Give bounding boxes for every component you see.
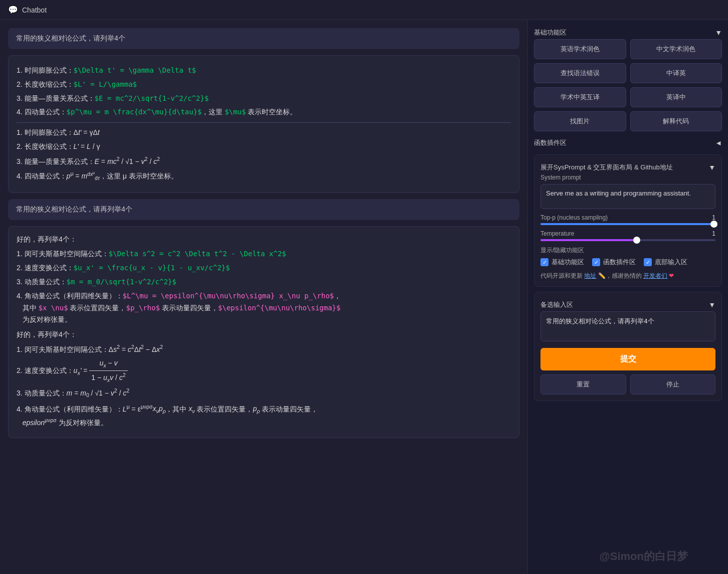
temperature-fill: [540, 239, 637, 241]
formula2-rendered-3: 3. 动质量公式：m = m0 / √1 − v2 / c2: [17, 387, 511, 400]
temperature-value: 1: [705, 230, 715, 237]
dev-link[interactable]: 开发者们: [643, 272, 667, 279]
formula2-2-latex: $u_x' = \frac{u_x - v}{1 - u_xv/c^2}$: [74, 264, 230, 272]
top-p-thumb[interactable]: [710, 221, 717, 228]
sysprompt-header: 展开SysPrompt & 交互界面布局 & Github地址 ▼: [540, 161, 715, 174]
divider-1: [17, 122, 511, 123]
formula-rendered-2: 2. 长度收缩公式：L' = L / γ: [17, 141, 511, 153]
submit-button[interactable]: 提交: [540, 348, 715, 370]
formula2-latex-4: 4. 角动量公式（利用四维矢量）：$L^\mu = \epsilon^{\mu\…: [17, 290, 511, 326]
formula2-latex-2: 2. 速度变换公式：$u_x' = \frac{u_x - v}{1 - u_x…: [17, 262, 511, 274]
btn-find-image[interactable]: 找图片: [534, 111, 626, 131]
backup-section: 备选输入区 ▼ 常用的狭义相对论公式，请再列举4个 提交 重置 停止: [534, 292, 722, 401]
basic-functions-title: 基础功能区: [534, 28, 567, 37]
checkbox-input-box[interactable]: ✓: [644, 258, 652, 266]
btn-academic-translate[interactable]: 学术中英互译: [534, 87, 626, 107]
pencil-icon: ✏️: [598, 272, 606, 279]
btn-zh-to-en[interactable]: 中译英: [630, 63, 722, 83]
formula2-rendered-2: 2. 速度变换公式：ux' = ux − v1 − uxv / c2: [17, 357, 511, 385]
formula2-1-latex: $\Delta s^2 = c^2 \Delta t^2 - \Delta x^…: [109, 250, 286, 258]
formula2-latex-3: 3. 动质量公式：$m = m_0/\sqrt{1-v^2/c^2}$: [17, 276, 511, 288]
checkbox-plugin-label: 函数插件区: [603, 258, 636, 267]
system-prompt-label: System prompt: [540, 174, 715, 181]
btn-grammar-check[interactable]: 查找语法错误: [534, 63, 626, 83]
basic-functions-header: 基础功能区 ▼: [534, 26, 722, 39]
formula-latex-1: 1. 时间膨胀公式：$\Delta t' = \gamma \Delta t$: [17, 65, 511, 77]
checkbox-basic-label: 基础功能区: [552, 258, 584, 267]
checkbox-plugin: ✓ 函数插件区: [592, 258, 636, 267]
sysprompt-arrow[interactable]: ▼: [708, 163, 715, 171]
formula2-4-latex: $L^\mu = \epsilon^{\mu\nu\rho\sigma} x_\…: [123, 292, 334, 300]
user-message-2: 常用的狭义相对论公式，请再列举4个: [8, 199, 519, 220]
top-p-label: Top-p (nucleus sampling): [540, 214, 700, 221]
backup-section-arrow[interactable]: ▼: [708, 301, 715, 309]
plugin-functions-arrow[interactable]: ◄: [715, 139, 722, 147]
btn-en-to-zh[interactable]: 英译中: [630, 87, 722, 107]
formula2-4-p: $p_\rho$: [126, 304, 159, 312]
system-prompt-box[interactable]: Serve me as a writing and programming as…: [540, 184, 715, 209]
top-p-slider-container: [540, 223, 715, 225]
assistant-message-1: 1. 时间膨胀公式：$\Delta t' = \gamma \Delta t$ …: [8, 55, 519, 193]
formula-rendered-4: 4. 四动量公式：pμ = mdxμdτ，这里 μ 表示时空坐标。: [17, 169, 511, 183]
heart-icon: ❤: [669, 272, 674, 279]
backup-section-title: 备选输入区: [540, 300, 573, 309]
formula-rendered-1: 1. 时间膨胀公式：Δt' = γΔt: [17, 127, 511, 139]
plugin-functions-header: 函数插件区 ◄: [534, 136, 722, 149]
right-panel: 基础功能区 ▼ 英语学术润色 中文学术润色 查找语法错误 中译英 学术中英互译 …: [527, 20, 728, 574]
app-header: 💬 Chatbot: [0, 0, 728, 20]
checkbox-basic-box[interactable]: ✓: [540, 258, 549, 266]
formula2-rendered-4: 4. 角动量公式（利用四维矢量）：Lμ = εμνρσxνpρ，其中 xν 表示…: [17, 403, 511, 429]
btn-english-polish[interactable]: 英语学术润色: [534, 39, 626, 59]
chatbot-icon: 💬: [8, 5, 18, 15]
formula2-rendered-1: 1. 闵可夫斯基时空间隔公式：Δs2 = c2Δt2 − Δx2: [17, 343, 511, 355]
checkbox-row: ✓ 基础功能区 ✓ 函数插件区 ✓ 底部输入区: [540, 258, 715, 267]
footer-text: 代码开源和更新: [540, 272, 583, 279]
visibility-label: 显示/隐藏功能区: [540, 246, 715, 255]
btn-chinese-polish[interactable]: 中文学术润色: [630, 39, 722, 59]
checkbox-plugin-box[interactable]: ✓: [592, 258, 600, 266]
temperature-thumb[interactable]: [633, 237, 640, 244]
formula2-latex-1: 1. 闵可夫斯基时空间隔公式：$\Delta s^2 = c^2 \Delta …: [17, 248, 511, 260]
reset-button[interactable]: 重置: [540, 374, 626, 395]
formula2-4-eps: $\epsilon^{\mu\nu\rho\sigma}$: [218, 304, 340, 312]
bottom-buttons: 重置 停止: [540, 374, 715, 395]
temperature-track: [540, 239, 715, 241]
formula-3-latex: $E = mc^2/\sqrt{1-v^2/c^2}$: [95, 94, 209, 102]
stop-button[interactable]: 停止: [630, 374, 716, 395]
formula2-4-x: $x \nu$: [39, 304, 68, 312]
basic-functions-grid: 英语学术润色 中文学术润色 查找语法错误 中译英 学术中英互译 英译中 找图片 …: [534, 39, 722, 131]
chat-panel: 常用的狭义相对论公式，请列举4个 1. 时间膨胀公式：$\Delta t' = …: [0, 20, 527, 574]
temperature-row: Temperature 1: [540, 230, 715, 237]
btn-explain-code[interactable]: 解释代码: [630, 111, 722, 131]
checkbox-input-label: 底部输入区: [655, 258, 687, 267]
backup-section-header: 备选输入区 ▼: [540, 298, 715, 311]
basic-functions-section: 基础功能区 ▼ 英语学术润色 中文学术润色 查找语法错误 中译英 学术中英互译 …: [534, 26, 722, 131]
temperature-slider-container: [540, 239, 715, 241]
backup-input[interactable]: 常用的狭义相对论公式，请再列举4个: [540, 311, 715, 341]
source-link[interactable]: 地址: [584, 272, 596, 279]
top-p-fill: [540, 223, 715, 225]
response-2-intro: 好的，再列举4个：: [17, 234, 511, 246]
temperature-label: Temperature: [540, 230, 700, 237]
formula-latex-3: 3. 能量—质量关系公式：$E = mc^2/\sqrt{1-v^2/c^2}$: [17, 93, 511, 105]
checkbox-basic: ✓ 基础功能区: [540, 258, 584, 267]
assistant-message-2: 好的，再列举4个： 1. 闵可夫斯基时空间隔公式：$\Delta s^2 = c…: [8, 226, 519, 439]
user-message-1: 常用的狭义相对论公式，请列举4个: [8, 28, 519, 49]
plugin-functions-section: 函数插件区 ◄: [534, 136, 722, 149]
formula2-3-latex: $m = m_0/\sqrt{1-v^2/c^2}$: [67, 278, 176, 286]
basic-functions-arrow[interactable]: ▼: [715, 29, 722, 37]
formula-latex-2: 2. 长度收缩公式：$L' = L/\gamma$: [17, 79, 511, 91]
formula-latex-4: 4. 四动量公式：$p^\mu = m \frac{dx^\mu}{d\tau}…: [17, 106, 511, 118]
formula-2-latex: $L' = L/\gamma$: [74, 80, 137, 88]
formula-1-latex: $\Delta t' = \gamma \Delta t$: [74, 66, 196, 74]
visibility-section: 显示/隐藏功能区 ✓ 基础功能区 ✓ 函数插件区 ✓ 底部输入区: [540, 246, 715, 267]
formula-rendered-3: 3. 能量—质量关系公式：E = mc2 / √1 − v2 / c2: [17, 155, 511, 167]
top-p-track: [540, 223, 715, 225]
checkbox-input: ✓ 底部输入区: [644, 258, 687, 267]
formula-4-mu: $\mu$: [225, 108, 246, 116]
footer-info: 代码开源和更新 地址 ✏️，感谢热情的 开发者们 ❤: [540, 272, 715, 280]
sysprompt-section: 展开SysPrompt & 交互界面布局 & Github地址 ▼ System…: [534, 154, 722, 287]
formula-4-latex: $p^\mu = m \frac{dx^\mu}{d\tau}$: [67, 108, 202, 116]
app-title: Chatbot: [22, 6, 47, 14]
top-p-value: 1: [705, 214, 715, 221]
